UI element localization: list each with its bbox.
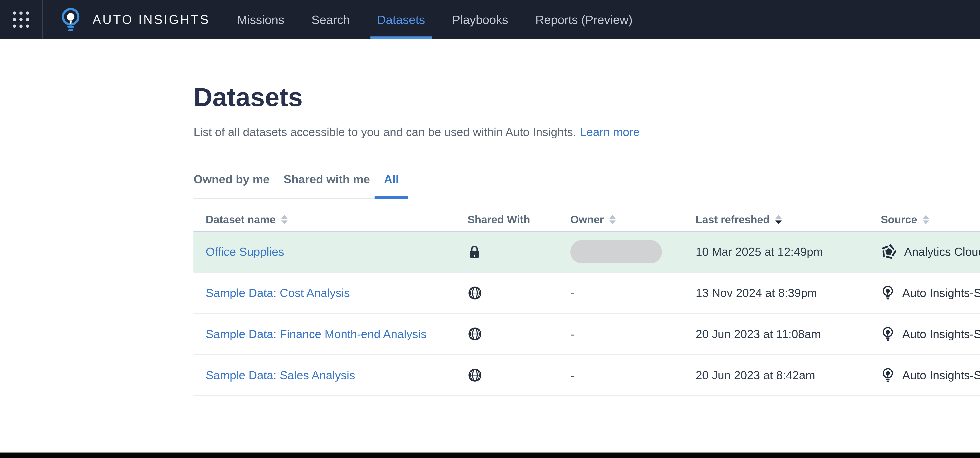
column-header-dataset-name[interactable]: Dataset name	[194, 213, 468, 226]
nav-item-search[interactable]: Search	[305, 0, 356, 39]
source-value: Auto Insights-Sample Dataset	[902, 327, 980, 341]
column-header-owner[interactable]: Owner	[570, 213, 695, 226]
tab-all[interactable]: All	[384, 167, 399, 198]
column-header-label: Owner	[570, 213, 604, 226]
page-head: Datasets List of all datasets accessible…	[194, 82, 980, 139]
column-header-shared-with: Shared With	[468, 213, 570, 226]
column-header-source[interactable]: Source	[881, 213, 980, 226]
dataset-name-link[interactable]: Office Supplies	[205, 245, 284, 259]
table-body: Office Supplies 10 Mar 2025 at 12:49pm A…	[194, 232, 980, 396]
dataset-name-link[interactable]: Sample Data: Cost Analysis	[205, 286, 350, 300]
last-refreshed-value: 20 Jun 2023 at 8:42am	[695, 369, 881, 382]
nav-item-missions[interactable]: Missions	[231, 0, 291, 39]
auto-insights-logo-icon	[58, 6, 83, 33]
owner-value: -	[570, 286, 574, 300]
lock-icon	[468, 244, 482, 259]
lightbulb-icon	[881, 326, 895, 342]
page-description-text: List of all datasets accessible to you a…	[194, 126, 576, 138]
globe-icon	[468, 367, 482, 383]
owner-value: -	[570, 369, 574, 382]
owner-value: -	[570, 327, 574, 341]
lightbulb-icon	[881, 367, 895, 383]
page-description: List of all datasets accessible to you a…	[194, 125, 640, 139]
source-value: Analytics Cloud-File Upload	[904, 245, 980, 259]
tab-owned-by-me[interactable]: Owned by me	[194, 167, 269, 198]
column-header-label: Last refreshed	[695, 213, 770, 226]
last-refreshed-value: 13 Nov 2024 at 8:39pm	[695, 286, 881, 300]
sort-icon	[281, 215, 288, 224]
globe-icon	[468, 286, 482, 301]
last-refreshed-value: 20 Jun 2023 at 11:08am	[695, 327, 881, 341]
nav-item-reports-preview[interactable]: Reports (Preview)	[529, 0, 639, 39]
nav-divider	[42, 0, 43, 39]
dataset-filter-tabs: Owned by meShared with meAll	[194, 167, 408, 199]
column-header-label: Source	[881, 213, 917, 226]
source-value: Auto Insights-Sample Dataset	[902, 286, 980, 300]
page-title: Datasets	[194, 82, 640, 112]
nav-item-datasets[interactable]: Datasets	[371, 0, 431, 39]
app-grid-button[interactable]	[0, 0, 42, 39]
grid-icon	[11, 10, 31, 29]
globe-icon	[468, 326, 482, 341]
table-row[interactable]: Office Supplies 10 Mar 2025 at 12:49pm A…	[194, 232, 980, 273]
analytics-cloud-icon	[881, 244, 897, 260]
learn-more-link[interactable]: Learn more	[580, 126, 640, 138]
source-value: Auto Insights-Sample Dataset	[902, 369, 980, 382]
datasets-page: Datasets List of all datasets accessible…	[194, 82, 980, 396]
table-header-row: Dataset name Shared With Owner Last refr…	[194, 208, 980, 232]
brand-name: AUTO INSIGHTS	[92, 12, 210, 27]
datasets-table: Dataset name Shared With Owner Last refr…	[194, 208, 980, 396]
brand: AUTO INSIGHTS	[58, 6, 210, 33]
column-header-last-refreshed[interactable]: Last refreshed	[695, 213, 881, 226]
dataset-name-link[interactable]: Sample Data: Sales Analysis	[205, 369, 355, 382]
window-bottom-edge	[0, 453, 980, 458]
lightbulb-icon	[881, 285, 895, 301]
column-header-label: Dataset name	[205, 213, 275, 226]
auto-insights-app: AUTO INSIGHTS MissionsSearchDatasetsPlay…	[0, 0, 980, 458]
main-nav: MissionsSearchDatasetsPlaybooksReports (…	[231, 0, 653, 39]
column-header-label: Shared With	[468, 213, 530, 226]
nav-item-playbooks[interactable]: Playbooks	[445, 0, 515, 39]
sort-icon	[775, 215, 782, 224]
dataset-name-link[interactable]: Sample Data: Finance Month-end Analysis	[205, 327, 426, 341]
sort-icon	[609, 215, 616, 224]
owner-pill	[570, 240, 662, 263]
toolbar: Owned by meShared with meAll	[194, 167, 980, 199]
last-refreshed-value: 10 Mar 2025 at 12:49pm	[695, 245, 881, 259]
table-row[interactable]: Sample Data: Finance Month-end Analysis …	[194, 314, 980, 355]
table-row[interactable]: Sample Data: Cost Analysis - 13 Nov 2024…	[194, 273, 980, 314]
table-row[interactable]: Sample Data: Sales Analysis - 20 Jun 202…	[194, 355, 980, 396]
tab-shared-with-me[interactable]: Shared with me	[283, 167, 370, 198]
sort-icon	[923, 215, 929, 224]
top-nav: AUTO INSIGHTS MissionsSearchDatasetsPlay…	[0, 0, 980, 39]
